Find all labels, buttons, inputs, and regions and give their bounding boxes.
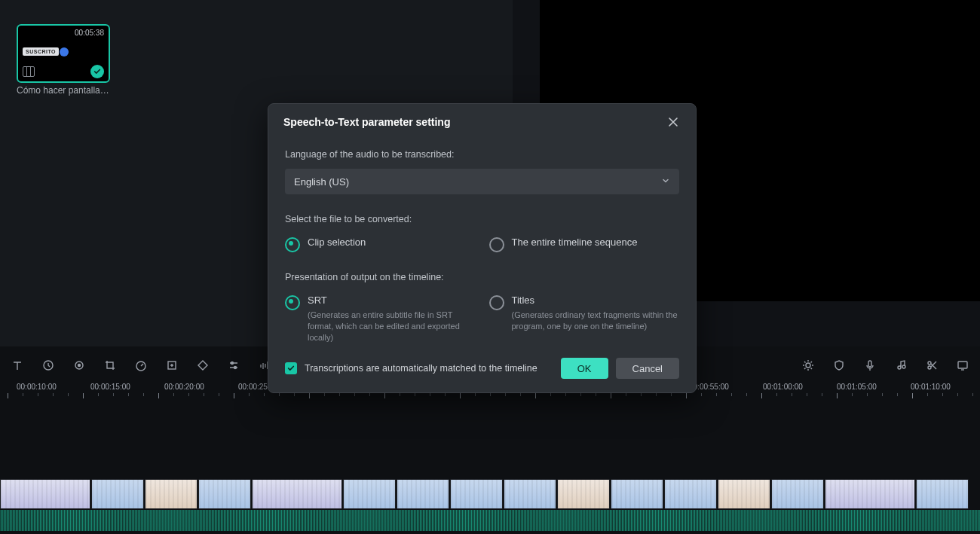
radio-label: Titles [512,294,680,306]
timeline-clip[interactable] [397,479,449,509]
radio-entire-timeline[interactable]: The entire timeline sequence [489,236,680,252]
clip-duration: 00:05:38 [75,29,104,37]
auto-match-label: Transcriptions are automatically matched… [305,363,537,374]
radio-srt[interactable]: SRT (Generates an entire subtitle file i… [285,294,476,343]
video-track[interactable] [0,479,980,509]
auto-match-checkbox[interactable] [285,362,297,374]
timeline-clip[interactable] [771,479,824,509]
chevron-down-icon [661,176,670,188]
checkmark-icon [90,65,104,78]
timeline-clip[interactable] [718,479,770,509]
timeline-clip[interactable] [0,479,90,509]
svg-rect-12 [958,362,967,368]
close-icon[interactable] [666,114,681,130]
timeline-clip[interactable] [450,479,503,509]
svg-rect-8 [868,361,871,367]
radio-titles[interactable]: Titles (Generates ordinary text fragment… [489,294,680,343]
timeline-clip[interactable] [145,479,198,509]
svg-point-9 [902,365,905,368]
svg-point-7 [806,363,810,368]
timeline-clip[interactable] [504,479,556,509]
filmstrip-icon [23,66,35,77]
timeline-clip[interactable] [343,479,396,509]
waveform [0,510,980,531]
keyframe-icon[interactable] [196,359,210,372]
dialog-title: Speech-to-Text parameter setting [283,116,450,128]
language-value: English (US) [294,176,349,188]
shield-icon[interactable] [832,359,846,372]
timeline-clip[interactable] [198,479,251,509]
radio-label: SRT [308,294,476,306]
sun-icon[interactable] [801,359,815,372]
ruler-timestamp: 00:01:00:00 [763,383,803,391]
radio-label: Clip selection [308,236,366,248]
timeline-clip[interactable] [252,479,342,509]
clip-title: Cómo hacer pantallas ... [17,85,110,96]
media-clip-thumbnail[interactable]: 00:05:38 SUSCRITO [17,24,110,83]
timeline-tracks[interactable] [0,479,980,531]
crop-icon[interactable] [103,359,117,372]
timeline-clip[interactable] [611,479,663,509]
radio-icon [489,295,504,310]
svg-point-2 [78,365,81,367]
output-label: Presentation of output on the timeline: [285,272,679,282]
svg-point-10 [928,362,931,365]
speed-icon[interactable] [134,359,148,372]
svg-point-11 [928,366,931,369]
ruler-timestamp: 00:01:10:00 [911,383,951,391]
language-select[interactable]: English (US) [285,169,679,194]
ruler-timestamp: 00:00:20:00 [164,383,204,391]
timeline-clip[interactable] [557,479,610,509]
ruler-timestamp: 00:01:05:00 [837,383,877,391]
radio-description: (Generates an entire subtitle file in SR… [308,310,476,343]
radio-description: (Generates ordinary text fragments withi… [512,310,680,332]
like-icon [60,47,69,56]
text-icon[interactable] [11,359,24,372]
ruler-timestamp: 00:00:10:00 [17,383,57,391]
cut-icon[interactable] [925,359,939,372]
language-label: Language of the audio to be transcribed: [285,149,679,160]
timeline-clip[interactable] [825,479,915,509]
music-icon[interactable] [894,359,908,372]
fit-icon[interactable] [165,359,179,372]
ok-button[interactable]: OK [561,358,608,379]
history-icon[interactable] [41,359,55,372]
speech-to-text-dialog: Speech-to-Text parameter setting Languag… [268,103,697,393]
radio-icon [285,237,300,252]
timeline-clip[interactable] [91,479,144,509]
cancel-button[interactable]: Cancel [616,358,679,379]
timeline-clip[interactable] [664,479,717,509]
radio-icon [489,237,504,252]
audio-track[interactable] [0,510,980,531]
svg-point-5 [231,362,234,365]
radio-clip-selection[interactable]: Clip selection [285,236,476,252]
svg-point-6 [234,367,237,369]
timeline-clip[interactable] [916,479,969,509]
radio-label: The entire timeline sequence [512,236,638,248]
radio-icon [285,295,300,310]
display-icon[interactable] [956,359,969,372]
mic-icon[interactable] [863,359,877,372]
subscribe-badge: SUSCRITO [23,47,59,56]
ruler-timestamp: 00:00:15:00 [90,383,130,391]
adjust-icon[interactable] [227,359,240,372]
file-select-label: Select the file to be converted: [285,214,679,224]
effects-icon[interactable] [72,359,86,372]
